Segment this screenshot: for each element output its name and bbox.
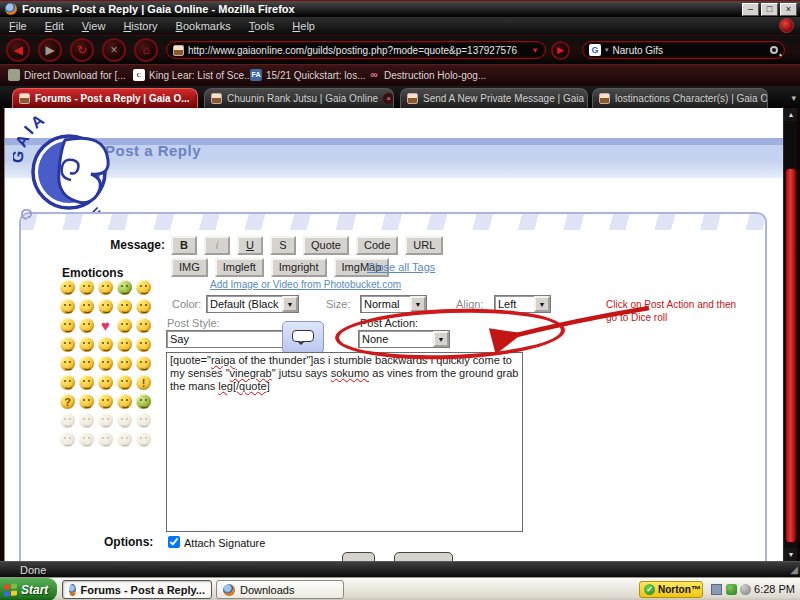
emoticon[interactable] bbox=[117, 337, 132, 352]
emoticon[interactable]: ♥ bbox=[98, 318, 113, 333]
emoticon[interactable] bbox=[117, 413, 132, 428]
emoticon[interactable] bbox=[117, 280, 132, 295]
search-input[interactable]: G ▾ Naruto Gifs bbox=[582, 41, 785, 59]
bold-button[interactable]: B bbox=[171, 236, 197, 255]
emoticon[interactable]: ? bbox=[60, 394, 75, 409]
menu-help[interactable]: Help bbox=[283, 17, 324, 32]
emoticon[interactable] bbox=[60, 413, 75, 428]
strikethrough-button[interactable]: S bbox=[270, 236, 296, 255]
menu-bookmarks[interactable]: Bookmarks bbox=[167, 17, 240, 32]
emoticon[interactable] bbox=[98, 432, 113, 447]
code-button[interactable]: Code bbox=[356, 236, 398, 255]
emoticon[interactable] bbox=[117, 375, 132, 390]
bookmark-item[interactable]: ∞ Destruction Holo-gog... bbox=[368, 69, 486, 81]
emoticon[interactable] bbox=[98, 299, 113, 314]
resize-grip-icon[interactable]: ◢ bbox=[790, 564, 798, 575]
close-all-tags-link[interactable]: Close all Tags bbox=[367, 261, 435, 273]
tab-close-icon[interactable]: × bbox=[195, 93, 198, 104]
message-editor[interactable]: [quote="raiga of the thunder"]as i stumb… bbox=[166, 352, 523, 532]
emoticon[interactable] bbox=[79, 413, 94, 428]
emoticon[interactable] bbox=[60, 299, 75, 314]
scroll-up-icon[interactable]: ▲ bbox=[784, 108, 797, 121]
emoticon[interactable] bbox=[98, 280, 113, 295]
tab-close-icon[interactable]: × bbox=[383, 93, 394, 104]
tab-lostinactions-characters[interactable]: lostinactions Character(s) | Gaia Onl...… bbox=[592, 88, 768, 108]
url-bar[interactable]: http://www.gaiaonline.com/guilds/posting… bbox=[166, 41, 546, 59]
emoticon[interactable] bbox=[136, 413, 151, 428]
photobucket-link[interactable]: Add Image or Video from Photobucket.com bbox=[210, 279, 401, 290]
emoticon[interactable] bbox=[117, 432, 132, 447]
emoticon[interactable] bbox=[79, 356, 94, 371]
emoticon[interactable] bbox=[60, 432, 75, 447]
emoticon[interactable] bbox=[136, 356, 151, 371]
menu-view[interactable]: View bbox=[73, 17, 115, 32]
home-button[interactable]: ⌂ bbox=[134, 38, 158, 62]
emoticon[interactable] bbox=[98, 394, 113, 409]
emoticon[interactable] bbox=[117, 318, 132, 333]
emoticon[interactable] bbox=[79, 394, 94, 409]
minimize-button[interactable]: – bbox=[742, 3, 759, 16]
emoticon[interactable] bbox=[60, 375, 75, 390]
search-icon[interactable] bbox=[770, 46, 778, 54]
select-arrow-icon[interactable]: ▼ bbox=[282, 296, 298, 312]
start-button[interactable]: Start bbox=[0, 578, 57, 600]
bookmark-item[interactable]: FA 15/21 Quickstart: los... bbox=[250, 69, 366, 81]
go-button[interactable]: ▶ bbox=[551, 41, 570, 60]
preview-button-partial[interactable] bbox=[342, 552, 375, 561]
submit-button-partial[interactable] bbox=[394, 552, 453, 561]
emoticon[interactable] bbox=[117, 299, 132, 314]
imgright-button[interactable]: Imgright bbox=[271, 258, 327, 277]
emoticon[interactable] bbox=[136, 299, 151, 314]
url-dropdown-icon[interactable]: ▼ bbox=[531, 46, 539, 55]
maximize-button[interactable]: □ bbox=[761, 3, 778, 16]
clock-tray-icon[interactable] bbox=[740, 584, 751, 595]
post-style-select[interactable]: Say ▼ bbox=[166, 330, 299, 348]
emoticon[interactable] bbox=[117, 356, 132, 371]
scrollbar-thumb[interactable] bbox=[785, 168, 797, 543]
scroll-down-icon[interactable]: ▼ bbox=[784, 548, 797, 561]
search-engine-caret-icon[interactable]: ▾ bbox=[605, 46, 609, 54]
emoticon[interactable] bbox=[79, 375, 94, 390]
emoticon[interactable] bbox=[60, 337, 75, 352]
emoticon[interactable] bbox=[79, 337, 94, 352]
tab-list-dropdown-icon[interactable]: ▾ bbox=[791, 93, 796, 103]
gpet-tray-icon[interactable] bbox=[726, 584, 737, 595]
emoticon[interactable] bbox=[79, 280, 94, 295]
attach-signature-checkbox[interactable] bbox=[168, 536, 180, 548]
stop-button[interactable]: × bbox=[102, 38, 126, 62]
page-scrollbar[interactable]: ▲ ▼ bbox=[783, 108, 797, 561]
emoticon[interactable] bbox=[136, 394, 151, 409]
emoticon[interactable] bbox=[60, 356, 75, 371]
emoticon[interactable] bbox=[98, 356, 113, 371]
url-button[interactable]: URL bbox=[405, 236, 443, 255]
emoticon[interactable] bbox=[98, 375, 113, 390]
emoticon[interactable] bbox=[60, 280, 75, 295]
emoticon[interactable] bbox=[136, 318, 151, 333]
menu-history[interactable]: History bbox=[114, 17, 166, 32]
emoticon[interactable] bbox=[136, 337, 151, 352]
emoticon[interactable] bbox=[79, 318, 94, 333]
menu-edit[interactable]: Edit bbox=[36, 17, 73, 32]
tab-send-private-message[interactable]: Send A New Private Message | Gaia ... × bbox=[400, 88, 588, 108]
emoticon[interactable] bbox=[136, 432, 151, 447]
forward-button[interactable]: ▶ bbox=[38, 38, 62, 62]
back-button[interactable]: ◀ bbox=[6, 38, 30, 62]
menu-file[interactable]: File bbox=[0, 17, 36, 32]
color-select[interactable]: Default (Black ▼ bbox=[206, 295, 299, 313]
quote-button[interactable]: Quote bbox=[303, 236, 349, 255]
emoticon[interactable] bbox=[98, 413, 113, 428]
taskbar-button-firefox[interactable]: Forums - Post a Reply... bbox=[62, 580, 212, 599]
emoticon[interactable] bbox=[79, 432, 94, 447]
theme-icon[interactable] bbox=[779, 18, 794, 33]
display-tray-icon[interactable] bbox=[711, 584, 722, 595]
tab-forums-post-a-reply[interactable]: Forums - Post a Reply | Gaia O... × bbox=[12, 88, 198, 108]
img-button[interactable]: IMG bbox=[171, 258, 208, 277]
speech-bubble-button[interactable] bbox=[282, 321, 324, 354]
emoticon[interactable] bbox=[117, 394, 132, 409]
emoticon[interactable] bbox=[98, 337, 113, 352]
underline-button[interactable]: U bbox=[237, 236, 263, 255]
close-button[interactable]: × bbox=[780, 3, 797, 16]
imgleft-button[interactable]: Imgleft bbox=[215, 258, 264, 277]
menu-tools[interactable]: Tools bbox=[240, 17, 284, 32]
google-icon[interactable]: G bbox=[589, 44, 601, 56]
